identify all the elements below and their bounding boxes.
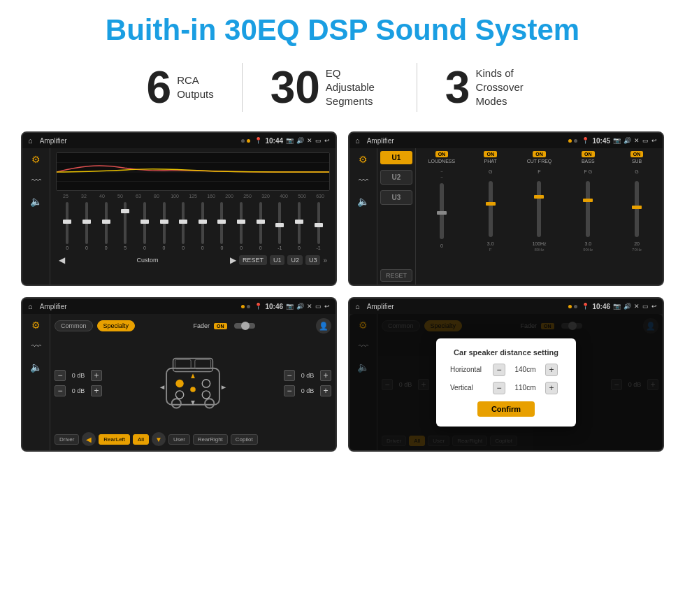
slider-thumb-8[interactable] xyxy=(217,220,226,224)
slider-thumb-4[interactable] xyxy=(140,220,149,224)
slider-thumb-5[interactable] xyxy=(160,220,168,224)
eq-slider-9: 0 xyxy=(233,201,250,250)
sidebar-crossover-spk[interactable]: 🔈 xyxy=(357,196,369,207)
db-plus-tl[interactable]: + xyxy=(91,370,102,381)
arrow-left-btn[interactable]: ◀ xyxy=(82,432,96,446)
slider-thumb-10[interactable] xyxy=(257,220,265,224)
sub-thumb[interactable] xyxy=(632,206,642,209)
loudness-slider[interactable] xyxy=(440,183,444,239)
horizontal-minus-btn[interactable]: − xyxy=(493,364,505,376)
eq-next-btn[interactable]: ▶ xyxy=(230,255,236,265)
vertical-minus-btn[interactable]: − xyxy=(493,382,505,394)
slider-track-5[interactable] xyxy=(163,202,166,244)
driver-btn[interactable]: Driver xyxy=(55,434,79,445)
nav-dots-crossover xyxy=(568,139,577,143)
db-minus-bl[interactable]: − xyxy=(55,385,66,396)
db-minus-tr[interactable]: − xyxy=(284,370,295,381)
slider-track-10[interactable] xyxy=(259,202,262,244)
slider-track-3[interactable] xyxy=(124,202,127,244)
u3-btn[interactable]: U3 xyxy=(305,255,321,265)
sidebar-crossover-icon[interactable]: ⚙ xyxy=(359,154,368,165)
slider-thumb-7[interactable] xyxy=(199,220,207,224)
slider-thumb-9[interactable] xyxy=(237,220,245,224)
preset-u3[interactable]: U3 xyxy=(380,190,412,205)
slider-thumb-6[interactable] xyxy=(179,220,187,224)
phat-slider[interactable] xyxy=(489,181,493,237)
back-icon-crossover[interactable]: ↩ xyxy=(651,137,657,144)
status-icons-fader: 📍 10:46 📷 🔊 ✕ ▭ ↩ xyxy=(254,303,330,310)
slider-thumb-12[interactable] xyxy=(295,220,303,224)
fader-label: Fader xyxy=(194,322,210,329)
arrow-down-btn[interactable]: ▼ xyxy=(152,432,166,446)
preset-u2[interactable]: U2 xyxy=(380,170,412,185)
slider-track-12[interactable] xyxy=(298,202,301,244)
tab-common[interactable]: Common xyxy=(55,320,93,331)
u2-btn[interactable]: U2 xyxy=(287,255,303,265)
sidebar-crossover-wave[interactable]: 〰 xyxy=(359,175,368,186)
home-icon-eq[interactable]: ⌂ xyxy=(28,136,33,145)
sub-slider[interactable] xyxy=(635,181,639,237)
slider-track-9[interactable] xyxy=(240,202,243,244)
user-btn[interactable]: User xyxy=(168,434,190,445)
slider-track-1[interactable] xyxy=(85,202,88,244)
u1-btn[interactable]: U1 xyxy=(270,255,285,265)
slider-thumb-2[interactable] xyxy=(102,220,110,224)
bass-slider[interactable] xyxy=(586,181,590,237)
reset-amp-btn[interactable]: RESET xyxy=(380,269,412,282)
sidebar-speaker-icon[interactable]: 🔈 xyxy=(30,196,42,207)
reset-btn[interactable]: RESET xyxy=(239,255,267,265)
back-icon-eq[interactable]: ↩ xyxy=(324,137,330,144)
phat-thumb[interactable] xyxy=(486,202,496,206)
time-fd: 10:46 xyxy=(592,303,610,310)
channel-phat: ON PHAT G 3.0 F xyxy=(468,151,514,282)
home-icon-fd[interactable]: ⌂ xyxy=(355,302,360,310)
sidebar-fader-wave[interactable]: 〰 xyxy=(31,341,41,352)
slider-thumb-3[interactable] xyxy=(121,209,129,213)
db-minus-br[interactable]: − xyxy=(284,385,295,396)
db-plus-bl[interactable]: + xyxy=(91,385,102,396)
phat-freq: F xyxy=(489,248,492,252)
tab-specialty[interactable]: Specialty xyxy=(97,320,136,331)
cutfreq-slider[interactable] xyxy=(537,181,541,237)
slider-track-4[interactable] xyxy=(143,202,146,244)
back-icon-fd[interactable]: ↩ xyxy=(651,303,657,310)
sidebar-fader-spk[interactable]: 🔈 xyxy=(30,361,42,373)
loudness-thumb[interactable] xyxy=(437,211,447,215)
sidebar-wave-icon[interactable]: 〰 xyxy=(31,175,41,186)
sidebar-fader: ⚙ 〰 🔈 xyxy=(22,314,50,450)
slider-thumb-11[interactable] xyxy=(275,223,284,227)
copilot-btn[interactable]: Copilot xyxy=(231,434,258,445)
slider-thumb-13[interactable] xyxy=(315,223,323,227)
person-icon-btn[interactable]: 👤 xyxy=(316,318,331,334)
db-minus-tl[interactable]: − xyxy=(55,370,66,381)
rearright-btn[interactable]: RearRight xyxy=(193,434,228,445)
horizontal-plus-btn[interactable]: + xyxy=(545,364,558,376)
eq-prev-btn[interactable]: ◀ xyxy=(59,255,65,265)
sidebar-eq-icon[interactable]: ⚙ xyxy=(31,154,41,165)
slider-track-6[interactable] xyxy=(182,202,185,244)
cutfreq-thumb[interactable] xyxy=(534,195,544,199)
db-plus-tr[interactable]: + xyxy=(320,370,331,381)
bass-thumb[interactable] xyxy=(583,199,593,202)
preset-u1[interactable]: U1 xyxy=(380,151,412,164)
slider-track-11[interactable] xyxy=(278,202,281,244)
vertical-plus-btn[interactable]: + xyxy=(545,382,558,394)
slider-track-2[interactable] xyxy=(105,202,108,244)
home-icon-crossover[interactable]: ⌂ xyxy=(355,136,360,145)
home-icon-fader[interactable]: ⌂ xyxy=(28,302,33,310)
rearleft-btn[interactable]: RearLeft xyxy=(99,434,130,445)
back-icon-fader[interactable]: ↩ xyxy=(324,303,330,310)
db-plus-br[interactable]: + xyxy=(320,385,331,396)
sidebar-fader-icon[interactable]: ⚙ xyxy=(31,320,41,331)
db-val-br: 0 dB xyxy=(298,387,317,394)
slider-track-7[interactable] xyxy=(201,202,204,244)
slider-track-0[interactable] xyxy=(66,202,68,244)
slider-track-8[interactable] xyxy=(220,202,223,244)
slider-thumb-1[interactable] xyxy=(82,220,91,224)
fader-on-toggle[interactable]: ON xyxy=(214,323,227,329)
eq-sliders: 0 0 0 xyxy=(56,201,330,250)
confirm-button[interactable]: Confirm xyxy=(477,401,535,417)
all-btn[interactable]: All xyxy=(133,434,149,445)
slider-track-13[interactable] xyxy=(317,202,320,244)
slider-thumb-0[interactable] xyxy=(63,220,71,224)
